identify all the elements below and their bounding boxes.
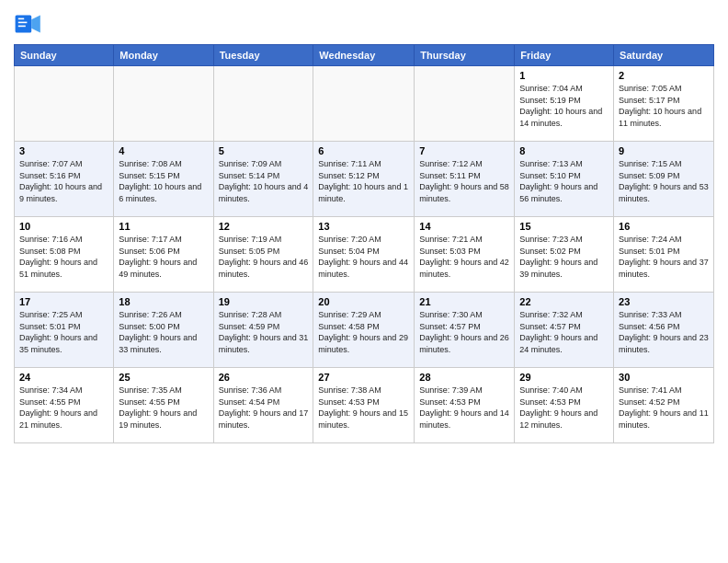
calendar-day: 19Sunrise: 7:28 AM Sunset: 4:59 PM Dayli…: [213, 293, 313, 368]
logo: [14, 9, 47, 39]
day-number: 2: [619, 70, 709, 81]
svg-marker-1: [31, 15, 40, 32]
calendar-day: 10Sunrise: 7:16 AM Sunset: 5:08 PM Dayli…: [15, 217, 114, 293]
day-info: Sunrise: 7:09 AM Sunset: 5:14 PM Dayligh…: [219, 158, 309, 204]
day-info: Sunrise: 7:11 AM Sunset: 5:12 PM Dayligh…: [318, 158, 409, 204]
calendar-day: 12Sunrise: 7:19 AM Sunset: 5:05 PM Dayli…: [213, 217, 313, 293]
day-info: Sunrise: 7:21 AM Sunset: 5:03 PM Dayligh…: [419, 234, 509, 280]
calendar-week: 17Sunrise: 7:25 AM Sunset: 5:01 PM Dayli…: [15, 293, 714, 368]
day-info: Sunrise: 7:32 AM Sunset: 4:57 PM Dayligh…: [519, 309, 609, 355]
calendar-day: 14Sunrise: 7:21 AM Sunset: 5:03 PM Dayli…: [415, 217, 515, 293]
weekday-header: Saturday: [614, 45, 714, 66]
day-number: 1: [519, 70, 609, 81]
day-number: 3: [19, 145, 108, 156]
weekday-header: Wednesday: [313, 45, 415, 66]
svg-rect-3: [18, 22, 28, 24]
day-info: Sunrise: 7:12 AM Sunset: 5:11 PM Dayligh…: [419, 158, 509, 204]
day-number: 28: [419, 372, 509, 383]
weekday-header: Monday: [114, 45, 213, 66]
weekday-header: Thursday: [415, 45, 515, 66]
day-number: 13: [318, 221, 409, 232]
calendar-week: 10Sunrise: 7:16 AM Sunset: 5:08 PM Dayli…: [15, 217, 714, 293]
calendar-day: 28Sunrise: 7:39 AM Sunset: 4:53 PM Dayli…: [415, 368, 515, 443]
calendar-day: 8Sunrise: 7:13 AM Sunset: 5:10 PM Daylig…: [515, 142, 614, 217]
day-number: 4: [119, 145, 208, 156]
day-info: Sunrise: 7:38 AM Sunset: 4:53 PM Dayligh…: [318, 385, 409, 431]
calendar-day: 13Sunrise: 7:20 AM Sunset: 5:04 PM Dayli…: [313, 217, 415, 293]
day-info: Sunrise: 7:41 AM Sunset: 4:52 PM Dayligh…: [619, 385, 709, 431]
day-info: Sunrise: 7:20 AM Sunset: 5:04 PM Dayligh…: [318, 234, 409, 280]
calendar-week: 3Sunrise: 7:07 AM Sunset: 5:16 PM Daylig…: [15, 142, 714, 217]
logo-icon: [14, 9, 43, 39]
day-number: 7: [419, 145, 509, 156]
day-info: Sunrise: 7:19 AM Sunset: 5:05 PM Dayligh…: [219, 234, 309, 280]
day-info: Sunrise: 7:16 AM Sunset: 5:08 PM Dayligh…: [19, 234, 108, 280]
day-number: 16: [619, 221, 709, 232]
day-info: Sunrise: 7:40 AM Sunset: 4:53 PM Dayligh…: [519, 385, 609, 431]
day-info: Sunrise: 7:36 AM Sunset: 4:54 PM Dayligh…: [219, 385, 309, 431]
svg-rect-0: [16, 15, 32, 32]
day-info: Sunrise: 7:34 AM Sunset: 4:55 PM Dayligh…: [19, 385, 108, 431]
calendar-day: 15Sunrise: 7:23 AM Sunset: 5:02 PM Dayli…: [515, 217, 614, 293]
weekday-header-row: SundayMondayTuesdayWednesdayThursdayFrid…: [15, 45, 714, 66]
header: [14, 9, 714, 39]
day-info: Sunrise: 7:08 AM Sunset: 5:15 PM Dayligh…: [119, 158, 208, 204]
day-info: Sunrise: 7:04 AM Sunset: 5:19 PM Dayligh…: [519, 83, 609, 129]
calendar-week: 1Sunrise: 7:04 AM Sunset: 5:19 PM Daylig…: [15, 66, 714, 142]
weekday-header: Tuesday: [213, 45, 313, 66]
day-number: 26: [219, 372, 309, 383]
calendar-day: [15, 66, 114, 142]
page-container: SundayMondayTuesdayWednesdayThursdayFrid…: [0, 0, 728, 448]
day-info: Sunrise: 7:25 AM Sunset: 5:01 PM Dayligh…: [19, 309, 108, 355]
calendar-day: 24Sunrise: 7:34 AM Sunset: 4:55 PM Dayli…: [15, 368, 114, 443]
day-info: Sunrise: 7:07 AM Sunset: 5:16 PM Dayligh…: [19, 158, 108, 204]
calendar-day: 23Sunrise: 7:33 AM Sunset: 4:56 PM Dayli…: [614, 293, 714, 368]
calendar-day: 4Sunrise: 7:08 AM Sunset: 5:15 PM Daylig…: [114, 142, 213, 217]
day-number: 14: [419, 221, 509, 232]
day-number: 8: [519, 145, 609, 156]
day-number: 23: [619, 296, 709, 307]
calendar-day: [415, 66, 515, 142]
day-info: Sunrise: 7:33 AM Sunset: 4:56 PM Dayligh…: [619, 309, 709, 355]
day-info: Sunrise: 7:05 AM Sunset: 5:17 PM Dayligh…: [619, 83, 709, 129]
calendar-day: 16Sunrise: 7:24 AM Sunset: 5:01 PM Dayli…: [614, 217, 714, 293]
day-number: 12: [219, 221, 309, 232]
day-info: Sunrise: 7:39 AM Sunset: 4:53 PM Dayligh…: [419, 385, 509, 431]
calendar-day: 2Sunrise: 7:05 AM Sunset: 5:17 PM Daylig…: [614, 66, 714, 142]
calendar-day: 18Sunrise: 7:26 AM Sunset: 5:00 PM Dayli…: [114, 293, 213, 368]
day-number: 19: [219, 296, 309, 307]
day-number: 17: [19, 296, 108, 307]
calendar-day: 5Sunrise: 7:09 AM Sunset: 5:14 PM Daylig…: [213, 142, 313, 217]
day-number: 24: [19, 372, 108, 383]
calendar-day: 20Sunrise: 7:29 AM Sunset: 4:58 PM Dayli…: [313, 293, 415, 368]
day-number: 21: [419, 296, 509, 307]
day-info: Sunrise: 7:26 AM Sunset: 5:00 PM Dayligh…: [119, 309, 208, 355]
calendar-day: [213, 66, 313, 142]
day-info: Sunrise: 7:17 AM Sunset: 5:06 PM Dayligh…: [119, 234, 208, 280]
day-info: Sunrise: 7:29 AM Sunset: 4:58 PM Dayligh…: [318, 309, 409, 355]
day-number: 9: [619, 145, 709, 156]
calendar-day: [313, 66, 415, 142]
calendar-day: 25Sunrise: 7:35 AM Sunset: 4:55 PM Dayli…: [114, 368, 213, 443]
day-info: Sunrise: 7:24 AM Sunset: 5:01 PM Dayligh…: [619, 234, 709, 280]
svg-rect-4: [18, 26, 26, 28]
weekday-header: Friday: [515, 45, 614, 66]
day-info: Sunrise: 7:30 AM Sunset: 4:57 PM Dayligh…: [419, 309, 509, 355]
day-number: 20: [318, 296, 409, 307]
calendar-day: 17Sunrise: 7:25 AM Sunset: 5:01 PM Dayli…: [15, 293, 114, 368]
day-number: 5: [219, 145, 309, 156]
calendar-day: 9Sunrise: 7:15 AM Sunset: 5:09 PM Daylig…: [614, 142, 714, 217]
day-info: Sunrise: 7:23 AM Sunset: 5:02 PM Dayligh…: [519, 234, 609, 280]
day-number: 15: [519, 221, 609, 232]
calendar-day: 1Sunrise: 7:04 AM Sunset: 5:19 PM Daylig…: [515, 66, 614, 142]
calendar-day: 11Sunrise: 7:17 AM Sunset: 5:06 PM Dayli…: [114, 217, 213, 293]
calendar: SundayMondayTuesdayWednesdayThursdayFrid…: [14, 44, 714, 443]
day-number: 29: [519, 372, 609, 383]
day-number: 6: [318, 145, 409, 156]
calendar-day: 22Sunrise: 7:32 AM Sunset: 4:57 PM Dayli…: [515, 293, 614, 368]
calendar-day: 30Sunrise: 7:41 AM Sunset: 4:52 PM Dayli…: [614, 368, 714, 443]
calendar-day: 27Sunrise: 7:38 AM Sunset: 4:53 PM Dayli…: [313, 368, 415, 443]
day-info: Sunrise: 7:28 AM Sunset: 4:59 PM Dayligh…: [219, 309, 309, 355]
day-number: 18: [119, 296, 208, 307]
calendar-week: 24Sunrise: 7:34 AM Sunset: 4:55 PM Dayli…: [15, 368, 714, 443]
